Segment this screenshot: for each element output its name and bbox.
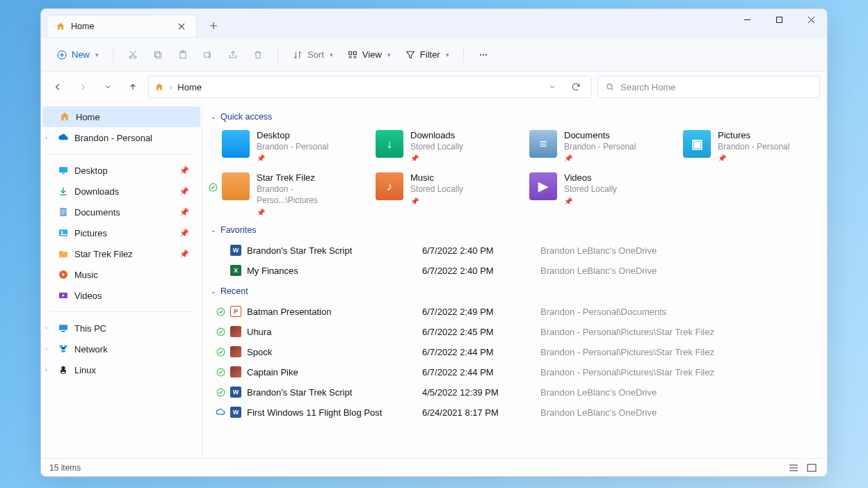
pin-icon[interactable]: 📌	[179, 187, 189, 196]
pin-icon[interactable]: 📌	[179, 250, 189, 259]
sidebar-item-personal[interactable]: › Brandon - Personal	[41, 127, 202, 148]
item-name: Star Trek Filez	[257, 172, 352, 184]
trash-icon	[252, 49, 264, 60]
chevron-right-icon[interactable]: ›	[45, 345, 47, 352]
pc-icon	[58, 323, 69, 334]
folder-icon: ▣	[683, 130, 711, 158]
sidebar-item-videos[interactable]: Videos	[41, 285, 202, 306]
list-row[interactable]: WBrandon's Star Trek Script4/5/2022 12:3…	[207, 382, 816, 402]
file-path: Brandon - Personal\Pictures\Star Trek Fi…	[540, 367, 816, 377]
list-row[interactable]: WBrandon's Star Trek Script6/7/2022 2:40…	[207, 241, 816, 261]
rename-button[interactable]	[197, 47, 219, 63]
address-history-button[interactable]	[544, 83, 561, 91]
home-icon	[56, 22, 65, 31]
list-row[interactable]: PBatman Presentation6/7/2022 2:49 PMBran…	[207, 302, 816, 322]
file-icon	[227, 326, 244, 337]
close-button[interactable]	[795, 9, 827, 30]
folder-icon	[222, 172, 250, 200]
group-quick-access[interactable]: ⌄ Quick access	[211, 112, 816, 122]
details-view-button[interactable]	[787, 462, 801, 474]
copy-button[interactable]	[147, 47, 169, 63]
sidebar-label: Videos	[74, 291, 102, 301]
pin-icon[interactable]: 📌	[179, 208, 189, 217]
folder-icon	[58, 248, 69, 259]
content-area[interactable]: ⌄ Quick access DesktopBrandon - Personal…	[202, 102, 827, 458]
svg-point-2	[129, 56, 131, 58]
group-recent[interactable]: ⌄ Recent	[211, 286, 816, 296]
quick-access-item[interactable]: Star Trek FilezBrandon - Perso...\Pictur…	[207, 170, 355, 219]
group-favorites[interactable]: ⌄ Favorites	[211, 225, 816, 235]
sidebar-label: This PC	[74, 323, 106, 334]
quick-access-item[interactable]: ↓DownloadsStored Locally📌	[360, 127, 508, 165]
address-location[interactable]: Home	[177, 82, 202, 92]
quick-access-item[interactable]: DesktopBrandon - Personal📌	[207, 127, 355, 165]
sidebar-item-downloads[interactable]: Downloads 📌	[41, 181, 202, 202]
chevron-right-icon[interactable]: ›	[45, 366, 47, 373]
recent-locations-button[interactable]	[98, 77, 118, 97]
cut-button[interactable]	[122, 47, 144, 63]
view-button[interactable]: View ▾	[341, 47, 396, 63]
sidebar-item-pictures[interactable]: Pictures 📌	[41, 222, 202, 243]
pin-icon[interactable]: 📌	[179, 229, 189, 238]
tab-close-icon[interactable]	[175, 23, 188, 30]
thumbnails-view-button[interactable]	[805, 462, 819, 474]
list-row[interactable]: Captain Pike6/7/2022 2:44 PMBrandon - Pe…	[207, 362, 816, 382]
sidebar-item-music[interactable]: Music	[41, 264, 202, 285]
file-date: 6/7/2022 2:44 PM	[422, 347, 540, 357]
item-location: Stored Locally	[564, 184, 617, 195]
new-button[interactable]: New ▾	[51, 47, 104, 63]
view-icon	[347, 49, 358, 60]
sidebar-label: Pictures	[74, 228, 107, 238]
paste-button[interactable]	[172, 47, 194, 63]
sidebar-item-home[interactable]: Home	[42, 106, 200, 127]
search-box[interactable]	[597, 76, 820, 98]
group-label: Recent	[220, 286, 248, 296]
list-row[interactable]: Spock6/7/2022 2:44 PMBrandon - Personal\…	[207, 342, 816, 362]
sidebar[interactable]: Home › Brandon - Personal Desktop 📌 Down…	[41, 102, 202, 458]
file-name: My Finances	[244, 266, 422, 276]
sidebar-label: Home	[76, 112, 100, 122]
sidebar-item-documents[interactable]: Documents 📌	[41, 202, 202, 222]
more-button[interactable]	[472, 47, 495, 63]
file-date: 6/7/2022 2:44 PM	[422, 367, 540, 377]
chevron-right-icon[interactable]: ›	[45, 325, 47, 332]
refresh-button[interactable]	[566, 82, 586, 92]
chevron-right-icon[interactable]: ›	[45, 134, 47, 141]
status-icon	[214, 327, 227, 336]
sidebar-item-desktop[interactable]: Desktop 📌	[41, 160, 202, 181]
svg-rect-24	[60, 345, 63, 348]
quick-access-item[interactable]: ▶VideosStored Locally📌	[514, 170, 662, 219]
address-bar[interactable]: › Home	[148, 76, 592, 98]
list-row[interactable]: WFirst Windows 11 Flight Blog Post6/24/2…	[207, 402, 816, 423]
titlebar[interactable]: Home	[41, 9, 827, 38]
chevron-right-icon[interactable]: ›	[170, 83, 172, 91]
maximize-button[interactable]	[763, 9, 795, 30]
filter-button[interactable]: Filter ▾	[399, 47, 455, 63]
sidebar-item-network[interactable]: › Network	[41, 339, 202, 359]
sort-button[interactable]: Sort ▾	[287, 47, 339, 63]
pin-icon[interactable]: 📌	[179, 166, 189, 175]
search-input[interactable]	[620, 82, 812, 92]
forward-button[interactable]	[73, 77, 93, 97]
file-date: 6/7/2022 2:40 PM	[422, 266, 540, 276]
sidebar-item-thispc[interactable]: › This PC	[41, 318, 202, 339]
new-tab-button[interactable]	[202, 15, 225, 37]
quick-access-item[interactable]: ▣PicturesBrandon - Personal📌	[668, 127, 816, 165]
share-button[interactable]	[222, 47, 244, 63]
tab-home[interactable]: Home	[47, 15, 197, 37]
quick-access-item[interactable]: ♪MusicStored Locally📌	[360, 170, 508, 219]
sidebar-item-linux[interactable]: › Linux	[41, 359, 202, 380]
sort-icon	[292, 49, 303, 60]
minimize-button[interactable]	[731, 9, 763, 30]
back-button[interactable]	[48, 77, 67, 97]
list-row[interactable]: XMy Finances6/7/2022 2:40 PMBrandon LeBl…	[207, 261, 816, 281]
file-path: Brandon - Personal\Pictures\Star Trek Fi…	[540, 347, 816, 357]
delete-button[interactable]	[247, 47, 269, 63]
desktop-icon	[58, 165, 69, 176]
quick-access-item[interactable]: ≡DocumentsBrandon - Personal📌	[514, 127, 662, 165]
up-button[interactable]	[123, 77, 143, 97]
plus-circle-icon	[56, 49, 67, 60]
pin-icon: 📌	[410, 197, 463, 206]
sidebar-item-startrek[interactable]: Star Trek Filez 📌	[41, 243, 202, 264]
list-row[interactable]: Uhura6/7/2022 2:45 PMBrandon - Personal\…	[207, 322, 816, 342]
